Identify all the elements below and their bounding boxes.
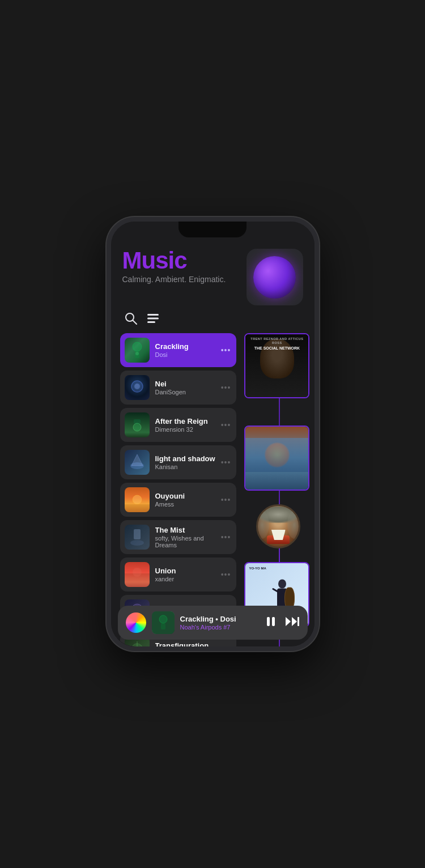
svg-rect-32: [298, 617, 299, 626]
header-top: Music Calming. Ambient. Enigmatic.: [122, 249, 303, 305]
track-artist: Kanisan: [155, 463, 215, 470]
svg-rect-27: [161, 623, 165, 629]
track-name: After the Reign: [155, 417, 215, 426]
phone-notch: [178, 222, 246, 237]
np-info: Crackling • Dosi Noah's Airpods #7: [180, 615, 259, 631]
track-info: light and shadow Kanisan: [155, 454, 215, 470]
track-info: Transfiguration Kainbeats: [155, 641, 215, 646]
svg-point-26: [159, 615, 167, 623]
np-device: Noah's Airpods #7: [180, 624, 259, 631]
track-art-nei: [125, 375, 150, 400]
header: Music Calming. Ambient. Enigmatic.: [111, 222, 314, 333]
forward-button[interactable]: [285, 615, 300, 631]
svg-rect-16: [134, 529, 141, 539]
track-artist: Dimension 32: [155, 426, 215, 433]
track-info: After the Reign Dimension 32: [155, 417, 215, 433]
np-controls: [265, 615, 300, 631]
search-icon[interactable]: [125, 312, 137, 327]
more-icon[interactable]: •••: [221, 495, 231, 504]
album-art-social-network: TRENT REZNOR AND ATTICUS ROSS THE SOCIAL…: [244, 333, 309, 398]
np-album-art: [152, 611, 175, 634]
track-item[interactable]: Ouyouni Amess •••: [120, 483, 237, 517]
more-icon[interactable]: •••: [221, 346, 231, 355]
svg-point-7: [135, 352, 139, 355]
more-icon[interactable]: •••: [221, 383, 231, 392]
right-column: TRENT REZNOR AND ATTICUS ROSS THE SOCIAL…: [242, 333, 314, 646]
svg-rect-4: [147, 321, 155, 323]
track-item[interactable]: The Mist softy, Wishes and Dreams •••: [120, 520, 237, 554]
more-icon[interactable]: •••: [221, 420, 231, 429]
track-item[interactable]: Crackling Dosi •••: [120, 333, 237, 367]
track-name: The Mist: [155, 526, 215, 534]
svg-point-10: [133, 423, 141, 431]
svg-point-5: [133, 342, 142, 351]
track-info: The Mist softy, Wishes and Dreams: [155, 526, 215, 548]
track-item[interactable]: After the Reign Dimension 32 •••: [120, 408, 237, 442]
header-text: Music Calming. Ambient. Enigmatic.: [122, 249, 241, 284]
track-art-lightandshadow: [125, 450, 150, 475]
svg-marker-31: [292, 617, 297, 626]
track-artist: softy, Wishes and Dreams: [155, 535, 215, 548]
svg-rect-29: [272, 617, 275, 626]
track-name: Union: [155, 567, 215, 575]
more-icon[interactable]: •••: [221, 645, 231, 646]
svg-marker-30: [286, 617, 291, 626]
track-art-ouyouni: [125, 487, 150, 512]
track-art-mist: [125, 525, 150, 550]
np-title: Crackling • Dosi: [180, 615, 259, 623]
content: Music Calming. Ambient. Enigmatic.: [111, 222, 314, 646]
track-list: Crackling Dosi •••: [111, 333, 243, 646]
track-art-crackling: [125, 338, 150, 363]
track-artist: Dosi: [155, 351, 215, 358]
track-art-union: [125, 562, 150, 587]
track-info: Nei DaniSogen: [155, 380, 215, 395]
track-artist: xander: [155, 576, 215, 582]
svg-rect-2: [147, 314, 159, 316]
album-art-ambient: [244, 426, 309, 491]
track-item[interactable]: light and shadow Kanisan •••: [120, 445, 237, 479]
app-title: Music: [122, 249, 241, 273]
track-info: Crackling Dosi: [155, 342, 215, 358]
svg-point-19: [133, 568, 142, 577]
layers-icon[interactable]: [146, 312, 160, 327]
svg-rect-15: [125, 504, 150, 512]
track-name: Nei: [155, 380, 215, 388]
album-card-beethoven[interactable]: [256, 504, 300, 548]
track-item[interactable]: Nei DaniSogen •••: [120, 371, 237, 405]
svg-point-9: [134, 384, 140, 389]
screen: Music Calming. Ambient. Enigmatic.: [111, 222, 314, 646]
svg-point-14: [133, 495, 142, 504]
track-info: Ouyouni Amess: [155, 492, 215, 508]
pause-button[interactable]: [265, 615, 277, 631]
svg-rect-11: [134, 419, 141, 424]
two-col-layout: Crackling Dosi •••: [111, 333, 314, 646]
header-orb: [246, 249, 303, 305]
track-artist: Amess: [155, 501, 215, 508]
album-art-beethoven: [256, 504, 300, 548]
track-item[interactable]: Union xander •••: [120, 558, 237, 592]
more-icon[interactable]: •••: [221, 533, 231, 542]
svg-line-1: [133, 321, 137, 325]
album-card-social-network[interactable]: TRENT REZNOR AND ATTICUS ROSS THE SOCIAL…: [244, 333, 312, 398]
album-card-ambient[interactable]: [244, 426, 312, 491]
track-name: Crackling: [155, 342, 215, 351]
phone-shell: Music Calming. Ambient. Enigmatic.: [107, 217, 319, 651]
track-name: Ouyouni: [155, 492, 215, 500]
header-icons: [122, 312, 303, 327]
more-icon[interactable]: •••: [221, 570, 231, 579]
np-color-wheel: [126, 612, 146, 633]
track-name: light and shadow: [155, 454, 215, 463]
track-artist: DaniSogen: [155, 389, 215, 395]
more-icon[interactable]: •••: [221, 458, 231, 467]
svg-marker-13: [131, 454, 143, 466]
track-info: Union xander: [155, 567, 215, 582]
track-name: Transfiguration: [155, 641, 215, 646]
app-subtitle: Calming. Ambient. Enigmatic.: [122, 275, 241, 284]
orb-circle: [253, 256, 296, 299]
track-art-afterreign: [125, 412, 150, 437]
svg-rect-3: [147, 318, 159, 320]
now-playing-bar[interactable]: Crackling • Dosi Noah's Airpods #7: [118, 606, 308, 640]
svg-point-17: [130, 540, 144, 546]
svg-rect-28: [267, 617, 270, 626]
